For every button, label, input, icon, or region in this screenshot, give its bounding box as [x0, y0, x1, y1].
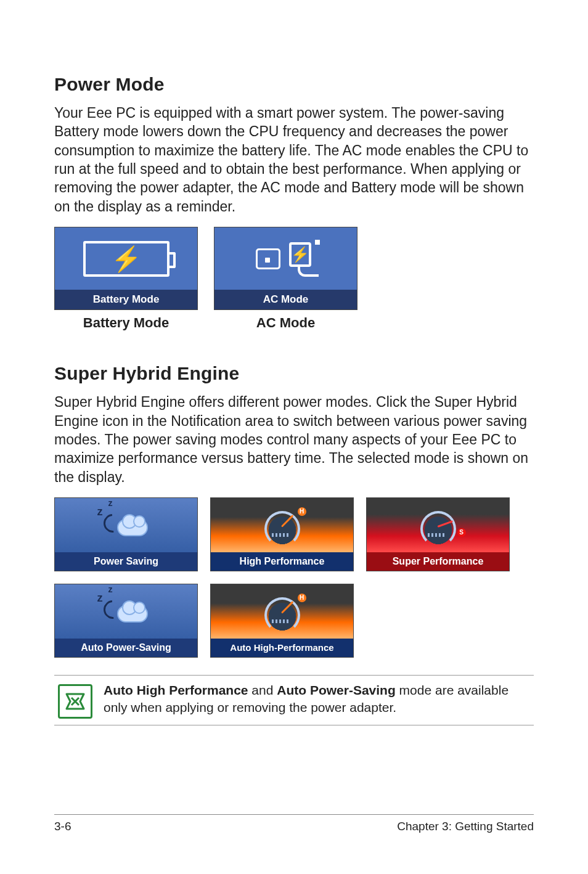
card-caption: AC Mode	[214, 315, 357, 331]
sleep-icon: zz	[92, 507, 160, 544]
page-number: 3-6	[54, 820, 71, 833]
heading-super-hybrid-engine: Super Hybrid Engine	[54, 363, 534, 384]
card-label: Super Performance	[367, 552, 509, 571]
card-auto-power-saving: zz Auto Power-Saving	[54, 584, 198, 658]
card-ac-mode: ⚡ AC Mode AC Mode	[214, 227, 357, 331]
bolt-icon: ⚡	[111, 247, 142, 271]
page-footer: 3-6 Chapter 3: Getting Started	[54, 814, 534, 833]
note-bold-1: Auto High Performance	[104, 683, 248, 697]
note-bold-2: Auto Power-Saving	[277, 683, 396, 697]
card-label: Auto Power-Saving	[55, 639, 197, 657]
sleep-icon: zz	[92, 593, 160, 630]
card-strip-label: AC Mode	[214, 290, 357, 309]
paragraph-power-mode: Your Eee PC is equipped with a smart pow…	[54, 104, 534, 216]
card-battery-mode: ⚡ Battery Mode Battery Mode	[54, 227, 198, 331]
power-mode-cards-row: ⚡ Battery Mode Battery Mode ⚡	[54, 227, 534, 331]
monitor-icon	[256, 248, 280, 269]
card-power-saving: zz Power Saving	[54, 497, 198, 571]
tachometer-icon: S	[414, 507, 462, 543]
card-label: Power Saving	[55, 552, 197, 571]
card-label: High Performance	[211, 552, 353, 571]
chapter-title: Chapter 3: Getting Started	[397, 820, 534, 833]
card-strip-label: Battery Mode	[55, 290, 197, 309]
note-box: Auto High Performance and Auto Power-Sav…	[54, 675, 534, 725]
note-text: Auto High Performance and Auto Power-Sav…	[104, 682, 530, 717]
tachometer-icon: H	[258, 507, 306, 543]
battery-mode-graphic: ⚡	[55, 227, 197, 290]
battery-icon: ⚡	[83, 241, 169, 277]
note-icon	[58, 684, 92, 719]
card-auto-high-performance: H Auto High-Performance	[210, 584, 354, 658]
power-adapter-icon: ⚡	[287, 242, 316, 276]
heading-power-mode: Power Mode	[54, 74, 534, 95]
card-label: Auto High-Performance	[211, 639, 353, 657]
she-cards-grid: zz Power Saving H High Performance	[54, 497, 534, 658]
card-super-performance: S Super Performance	[366, 497, 510, 571]
card-caption: Battery Mode	[54, 315, 198, 331]
card-high-performance: H High Performance	[210, 497, 354, 571]
tachometer-icon: H	[258, 594, 306, 629]
ac-mode-graphic: ⚡	[214, 227, 357, 290]
note-mid: and	[248, 683, 277, 697]
paragraph-super-hybrid-engine: Super Hybrid Engine offers different pow…	[54, 393, 534, 486]
